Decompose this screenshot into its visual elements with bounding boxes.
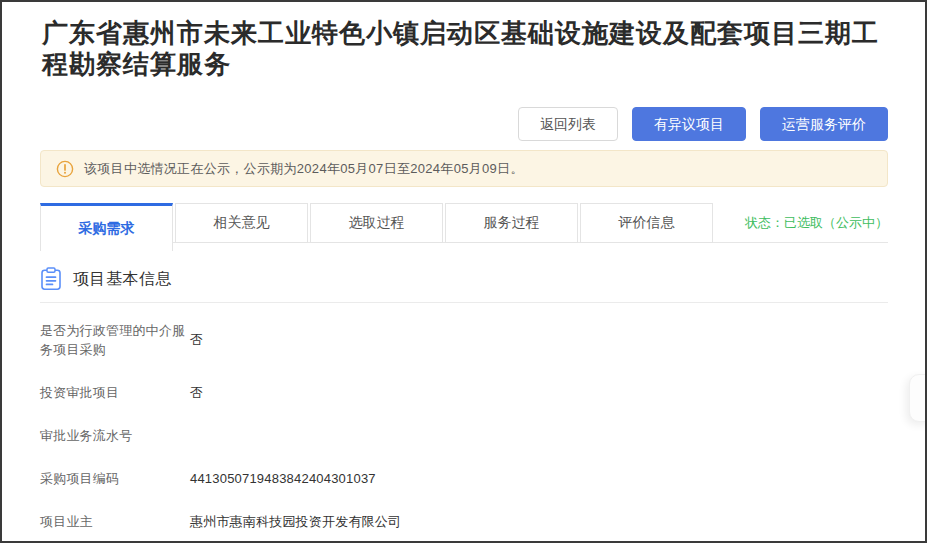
field-row: 投资审批项目 否	[40, 371, 888, 414]
field-row: 采购项目编码 4413050719483842404301037	[40, 457, 888, 500]
basic-info-field-list: 是否为行政管理的中介服务项目采购 否 投资审批项目 否 审批业务流水号 采购项目…	[40, 309, 888, 543]
tab-selection-process[interactable]: 选取过程	[310, 203, 443, 243]
tab-evaluation-info[interactable]: 评价信息	[580, 203, 713, 243]
field-value: 否	[190, 331, 203, 349]
back-to-list-button[interactable]: 返回列表	[518, 107, 618, 141]
publicity-notice-text: 该项目中选情况正在公示，公示期为2024年05月07日至2024年05月09日。	[84, 160, 524, 178]
project-status-text: 状态：已选取（公示中）	[745, 203, 888, 243]
section-header-basic-info: 项目基本信息	[40, 267, 888, 303]
field-value: 否	[190, 384, 203, 402]
side-widget-handle[interactable]	[909, 374, 927, 422]
field-label: 是否为行政管理的中介服务项目采购	[40, 321, 190, 359]
field-value: 4413050719483842404301037	[190, 471, 376, 486]
tab-bar: 采购需求 相关意见 选取过程 服务过程 评价信息 状态：已选取（公示中）	[40, 203, 888, 251]
tab-related-opinions[interactable]: 相关意见	[175, 203, 308, 243]
objection-project-button[interactable]: 有异议项目	[632, 107, 746, 141]
exclamation-circle-icon	[56, 160, 74, 178]
tab-procurement-requirements[interactable]: 采购需求	[40, 203, 173, 251]
section-title: 项目基本信息	[73, 269, 172, 290]
field-row: 项目业主 惠州市惠南科技园投资开发有限公司	[40, 500, 888, 543]
field-label: 项目业主	[40, 512, 190, 531]
page-frame: 广东省惠州市未来工业特色小镇启动区基础设施建设及配套项目三期工程勘察结算服务 返…	[0, 0, 927, 543]
field-label: 投资审批项目	[40, 383, 190, 402]
tab-service-process[interactable]: 服务过程	[445, 203, 578, 243]
clipboard-icon	[40, 267, 62, 291]
page-title: 广东省惠州市未来工业特色小镇启动区基础设施建设及配套项目三期工程勘察结算服务	[42, 18, 888, 80]
field-value: 惠州市惠南科技园投资开发有限公司	[190, 513, 401, 531]
field-label: 审批业务流水号	[40, 426, 190, 445]
operation-service-eval-button[interactable]: 运营服务评价	[760, 107, 888, 141]
toolbar: 返回列表 有异议项目 运营服务评价	[40, 107, 888, 141]
field-row: 是否为行政管理的中介服务项目采购 否	[40, 309, 888, 371]
field-row: 审批业务流水号	[40, 414, 888, 457]
publicity-notice-banner: 该项目中选情况正在公示，公示期为2024年05月07日至2024年05月09日。	[40, 150, 888, 187]
field-label: 采购项目编码	[40, 469, 190, 488]
